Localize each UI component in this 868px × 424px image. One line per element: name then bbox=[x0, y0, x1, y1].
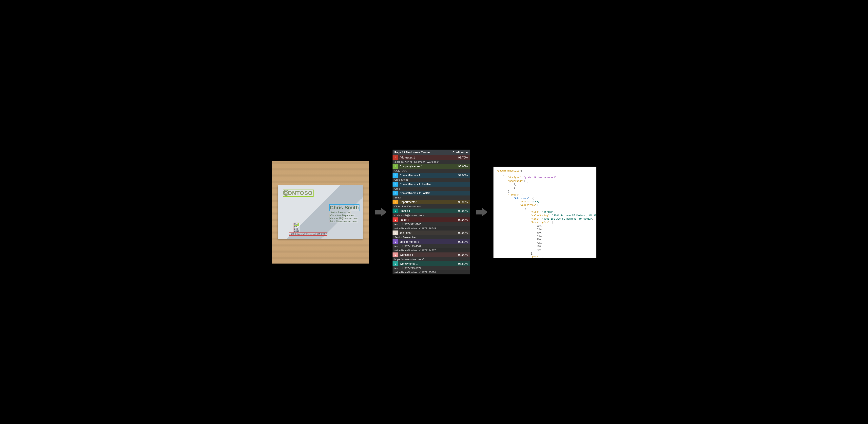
table-header-right: Confidence bbox=[453, 151, 468, 154]
field-value: valuePhoneNumber: +19873126745 bbox=[393, 226, 470, 230]
field-value: Smith bbox=[393, 195, 470, 200]
field-value: Senior Researcher bbox=[393, 235, 470, 239]
field-value: chris.smith@contoso.com bbox=[393, 213, 470, 218]
page-chip: 1 bbox=[393, 182, 398, 187]
field-name: Departments 1 bbox=[398, 200, 456, 204]
card-address: 4001 1st Ave NE Redmond, WA 98052 bbox=[289, 232, 328, 236]
field-confidence bbox=[456, 191, 470, 195]
field-confidence: 99.00% bbox=[456, 208, 470, 213]
json-page-end: 1 bbox=[514, 187, 515, 189]
field-name: Emails 1 bbox=[398, 208, 456, 213]
card-company: CONTOSO bbox=[283, 190, 314, 197]
json-doctype: prebuilt:businesscard bbox=[525, 176, 555, 179]
field-value: text: +1 (987) 123-4567 bbox=[393, 244, 470, 248]
field-value: valuePhoneNumber: +19872135674 bbox=[393, 270, 470, 274]
field-confidence: 98.70% bbox=[456, 155, 470, 160]
field-row[interactable]: 1ContactNames 199.00% bbox=[393, 173, 470, 178]
field-row[interactable]: 1Emails 199.00% bbox=[393, 208, 470, 213]
field-name: ContactNames 1: FirstNa… bbox=[398, 182, 456, 187]
field-row[interactable]: 1Faxes 199.00% bbox=[393, 218, 470, 222]
field-name: ContactNames 1: LastNa… bbox=[398, 191, 456, 195]
page-chip: 1 bbox=[393, 239, 398, 244]
page-chip: 1 bbox=[393, 191, 398, 195]
field-confidence: 98.60% bbox=[456, 164, 470, 169]
field-row[interactable]: 1Addresses 198.70% bbox=[393, 155, 470, 160]
field-value: 4001 1st Ave NE Redmond, WA 98052 bbox=[393, 160, 470, 164]
table-header-left: Page # / Field name / Value bbox=[395, 151, 430, 154]
field-name: MobilePhones 1 bbox=[398, 239, 456, 244]
business-card-image: CONTOSO Chris Smith Senior Researcher Cl… bbox=[272, 161, 369, 264]
field-row[interactable]: 1Departments 198.90% bbox=[393, 200, 470, 204]
table-body: 1Addresses 198.70%4001 1st Ave NE Redmon… bbox=[393, 155, 470, 274]
json-output: "documentResults": [ { "docType": "prebu… bbox=[494, 167, 596, 258]
card-logo: CONTOSO bbox=[283, 189, 358, 197]
table-header: Page # / Field name / Value Confidence bbox=[393, 150, 470, 155]
field-confidence: 99.50% bbox=[456, 239, 470, 244]
field-value: text: +1 (987) 312-6745 bbox=[393, 222, 470, 226]
json-addr-type: array bbox=[532, 200, 539, 203]
field-confidence: 99.00% bbox=[456, 230, 470, 235]
field-confidence: 99.00% bbox=[456, 218, 470, 222]
business-card: CONTOSO Chris Smith Senior Researcher Cl… bbox=[278, 185, 363, 239]
field-row[interactable]: 1JobTitles 199.00% bbox=[393, 230, 470, 235]
field-row[interactable]: 1MobilePhones 199.50% bbox=[393, 239, 470, 244]
page-chip: 1 bbox=[393, 164, 398, 169]
field-confidence: 99.00% bbox=[456, 173, 470, 178]
field-value: valuePhoneNumber: +19871234567 bbox=[393, 248, 470, 253]
fax-value: +1 (987) 312-6745 bbox=[293, 223, 300, 233]
field-confidence: 98.50% bbox=[456, 261, 470, 266]
page-chip: 1 bbox=[393, 218, 398, 222]
field-name: Addresses 1 bbox=[398, 155, 456, 160]
svg-marker-2 bbox=[375, 207, 386, 217]
field-name: WorkPhones 1 bbox=[398, 261, 456, 266]
field-name: ContactNames 1 bbox=[398, 173, 456, 178]
json-valuestring: 4001 1st Ave NE Redmond, WA 98052 bbox=[554, 214, 596, 217]
arrow-icon bbox=[476, 206, 488, 218]
field-confidence bbox=[456, 182, 470, 187]
field-value: https://www.contoso.com/ bbox=[393, 257, 470, 261]
field-confidence: 98.90% bbox=[456, 200, 470, 204]
field-value: CONTOSO bbox=[393, 169, 470, 173]
field-value: Cloud & AI Department bbox=[393, 204, 470, 208]
field-name: Websites 1 bbox=[398, 253, 456, 257]
json-text: 4001 1st Ave NE Redmond, WA 98052 bbox=[544, 218, 591, 220]
arrow-icon bbox=[375, 206, 386, 218]
field-row[interactable]: 1CompanyNames 198.60% bbox=[393, 164, 470, 169]
json-item-type: string bbox=[544, 211, 552, 214]
page-chip: 1 bbox=[393, 261, 398, 266]
field-name: Faxes 1 bbox=[398, 218, 456, 222]
field-value: Chris Smith bbox=[393, 178, 470, 182]
field-row[interactable]: 1Websites 199.00% bbox=[393, 253, 470, 257]
field-row[interactable]: 1ContactNames 1: FirstNa… bbox=[393, 182, 470, 187]
field-value: Chris bbox=[393, 187, 470, 191]
field-value: text: +1 (987) 213-5674 bbox=[393, 266, 470, 270]
results-table: Page # / Field name / Value Confidence 1… bbox=[393, 150, 470, 274]
page-chip: 1 bbox=[393, 200, 398, 204]
svg-marker-3 bbox=[476, 207, 488, 217]
field-confidence: 99.00% bbox=[456, 253, 470, 257]
field-row[interactable]: 1ContactNames 1: LastNa… bbox=[393, 191, 470, 195]
field-row[interactable]: 1WorkPhones 198.50% bbox=[393, 261, 470, 266]
page-chip: 1 bbox=[393, 155, 398, 160]
field-name: JobTitles 1 bbox=[398, 230, 456, 235]
page-chip: 1 bbox=[393, 208, 398, 213]
card-website: https://www.contoso.com/ bbox=[330, 220, 358, 223]
page-chip: 1 bbox=[393, 230, 398, 235]
field-name: CompanyNames 1 bbox=[398, 164, 456, 169]
page-chip: 1 bbox=[393, 253, 398, 257]
page-chip: 1 bbox=[393, 173, 398, 178]
card-name: Chris Smith bbox=[329, 204, 360, 211]
